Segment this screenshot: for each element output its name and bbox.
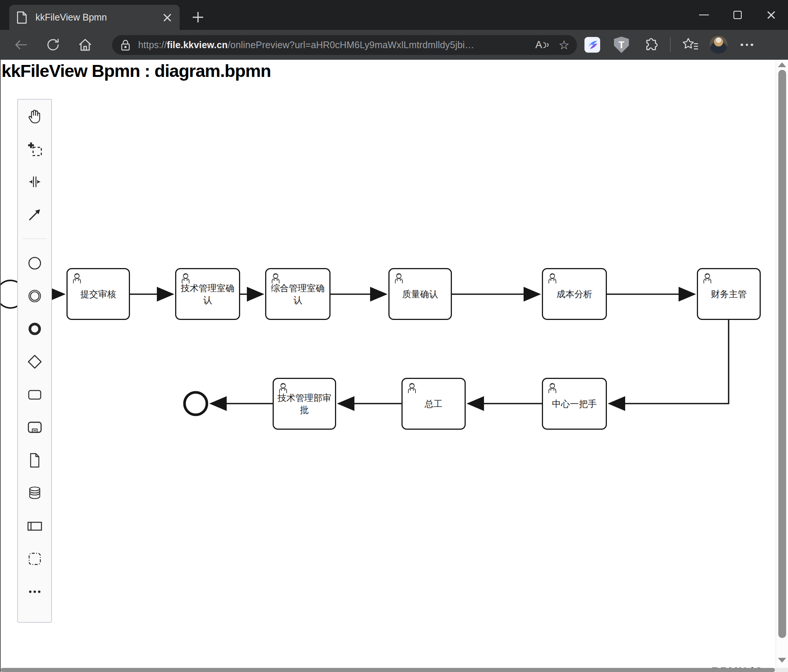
space-tool[interactable] [26,173,43,190]
task-node[interactable]: 质量确认 [388,268,452,320]
create-group[interactable] [26,550,43,567]
palette-separator [23,239,47,239]
task-node[interactable]: 成本分析 [542,268,607,320]
task-node[interactable]: 提交审核 [67,268,130,320]
back-arrow-icon [13,37,29,52]
horizontal-scrollbar[interactable] [1,668,777,672]
page-favicon-icon [16,11,27,24]
user-task-icon [180,272,192,284]
task-label: 技术管理部审批 [274,392,335,416]
tab-title: kkFileView Bpmn [35,12,162,23]
sound-wave-icon [543,42,546,48]
palette-more-options[interactable] [26,583,43,600]
address-bar[interactable]: https://file.kkview.cn/onlinePreview?url… [112,35,577,55]
lasso-tool[interactable] [26,140,43,157]
user-task-icon [547,272,558,284]
create-start-event[interactable] [26,254,43,272]
user-task-icon [270,272,281,284]
user-task-icon [393,272,405,284]
user-task-icon [277,382,289,394]
task-node[interactable]: 综合管理室确认 [265,268,330,320]
settings-more-button[interactable] [737,35,757,54]
create-data-object[interactable] [26,452,43,469]
url-scheme: https:// [138,40,167,50]
task-label: 成本分析 [554,288,594,300]
scroll-down-icon[interactable] [778,658,786,662]
global-connect-tool[interactable] [26,206,43,223]
maximize-icon [734,11,742,19]
extensions-button[interactable] [641,35,660,54]
task-node[interactable]: 中心一把手 [542,378,607,430]
user-task-icon [406,382,418,394]
create-participant[interactable] [26,517,43,535]
new-tab-button[interactable] [191,11,205,24]
read-aloud-button[interactable]: A [535,39,549,51]
user-task-icon [71,272,83,284]
shield-extension-button[interactable]: T [612,35,631,54]
refresh-icon [45,37,61,52]
title-bar: kkFileView Bpmn [0,0,788,30]
create-end-event[interactable] [26,320,43,338]
task-label: 技术管理室确认 [176,282,239,306]
window-controls [687,0,788,30]
create-subprocess[interactable] [26,418,43,436]
task-label: 质量确认 [400,288,440,300]
refresh-button[interactable] [43,34,64,55]
profile-avatar[interactable] [710,36,728,54]
close-button[interactable] [755,0,788,30]
toolbar-divider [670,37,671,52]
scroll-up-icon[interactable] [778,62,786,67]
close-icon [766,10,777,21]
create-task[interactable] [26,386,43,403]
url-domain: file.kkview.cn [167,40,228,50]
puzzle-icon [642,36,659,53]
user-task-icon [547,382,558,394]
vertical-scrollbar[interactable] [776,60,788,672]
bird-extension-icon [585,37,600,52]
task-label: 总工 [423,398,445,410]
create-intermediate-event[interactable] [26,287,43,304]
browser-tab[interactable]: kkFileView Bpmn [10,5,180,30]
bird-extension-button[interactable] [583,35,602,54]
shield-extension-icon: T [614,36,629,53]
home-button[interactable] [75,34,95,55]
url-path: /onlinePreview?url=aHR0cHM6Ly9maWxlLmtrd… [228,40,474,50]
read-aloud-icon: A [535,39,542,51]
extensions-area: T [583,30,757,60]
lock-icon [119,38,132,52]
page-content: kkFileView Bpmn : diagram.bpmn [0,60,788,672]
task-label: 财务主管 [709,288,749,300]
bpmn-palette [17,99,52,623]
maximize-button[interactable] [721,0,755,30]
end-event[interactable] [184,392,207,415]
favorites-hub-icon [682,37,699,52]
task-label: 提交审核 [78,288,118,300]
home-icon [77,36,93,53]
task-node[interactable]: 技术管理室确认 [175,268,240,320]
minimize-button[interactable] [687,0,721,30]
sound-wave-icon [547,43,549,47]
favorite-star-icon[interactable]: ☆ [558,39,570,51]
create-data-store[interactable] [26,484,43,502]
browser-window: kkFileView Bpmn [0,0,788,672]
back-button[interactable] [10,34,31,55]
bpmn-canvas[interactable] [1,60,788,672]
vertical-scrollbar-thumb[interactable] [778,70,786,638]
task-label: 中心一把手 [550,398,599,410]
task-node[interactable]: 总工 [402,378,466,430]
minimize-icon [699,14,709,16]
collections-button[interactable] [680,35,700,54]
hand-tool[interactable] [26,107,43,125]
task-node[interactable]: 技术管理部审批 [273,378,336,430]
browser-toolbar: https://file.kkview.cn/onlinePreview?url… [0,30,788,60]
task-node[interactable]: 财务主管 [697,268,761,320]
task-label: 综合管理室确认 [266,282,329,306]
more-dots-icon [740,44,753,46]
tab-close-icon[interactable] [162,12,173,23]
create-gateway[interactable] [26,353,43,370]
user-task-icon [701,272,713,284]
horizontal-scrollbar-thumb[interactable] [1,668,775,672]
scrollbar-corner [776,668,788,672]
sequence-flow[interactable] [609,320,729,404]
url-text[interactable]: https://file.kkview.cn/onlinePreview?url… [138,40,535,51]
